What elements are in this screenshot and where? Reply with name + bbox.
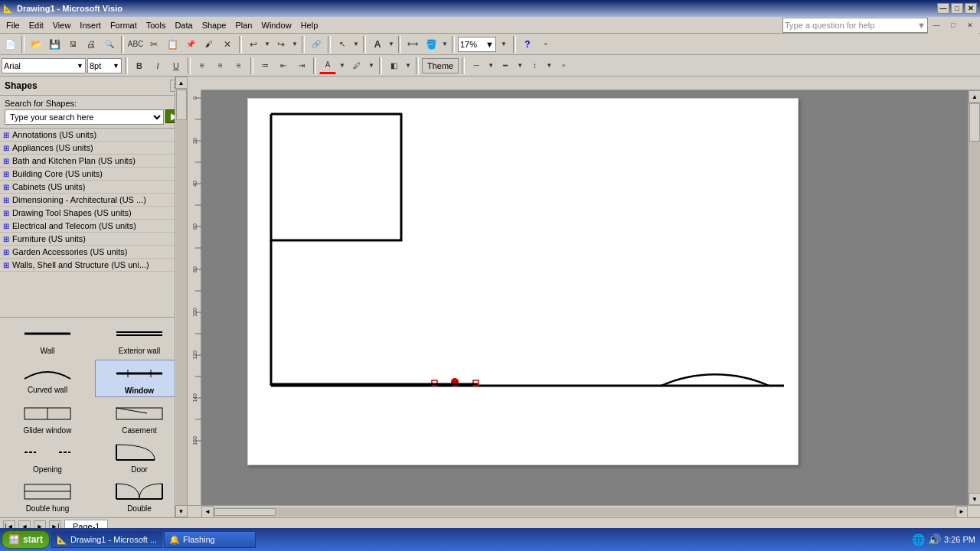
category-garden[interactable]: ⊞ Garden Accessories (US units) [0, 246, 187, 259]
zoom-dropdown-btn[interactable]: ▼ [498, 36, 510, 53]
start-button[interactable]: 🪟 start [2, 530, 50, 549]
category-electrical[interactable]: ⊞ Electrical and Telecom (US units) [0, 220, 187, 233]
scroll-up-arrow[interactable]: ▲ [175, 77, 188, 89]
underline-button[interactable]: U [168, 57, 185, 74]
bold-button[interactable]: B [131, 57, 148, 74]
help-restore[interactable]: □ [945, 17, 962, 34]
align-right[interactable]: ≡ [230, 57, 247, 74]
menu-view[interactable]: View [48, 19, 76, 31]
drawing-canvas[interactable] [201, 90, 968, 505]
h-scroll-thumb[interactable] [214, 508, 276, 516]
category-annotations[interactable]: ⊞ Annotations (US units) [0, 129, 187, 142]
drawing-page[interactable] [247, 98, 799, 465]
menu-format[interactable]: Format [106, 19, 142, 31]
scroll-up-button[interactable]: ▲ [969, 90, 980, 103]
increase-indent[interactable]: ⇥ [293, 57, 310, 74]
print-button[interactable]: 🖨 [83, 36, 100, 53]
menu-tools[interactable]: Tools [142, 19, 171, 31]
taskbar-flashing[interactable]: 🔔 Flashing [164, 531, 256, 548]
paste-button[interactable]: 📌 [182, 36, 199, 53]
menu-edit[interactable]: Edit [24, 19, 48, 31]
undo-dropdown[interactable]: ▼ [263, 36, 271, 53]
line-weight-btn[interactable]: ━ [497, 57, 514, 74]
line-style-btn[interactable]: ─ [468, 57, 485, 74]
template-casement[interactable]: Casement [95, 400, 184, 436]
taskbar-drawing1[interactable]: 📐 Drawing1 - Microsoft ... [51, 531, 162, 548]
highlight-dropdown[interactable]: ▼ [367, 57, 376, 74]
template-opening[interactable]: Opening [3, 439, 92, 475]
category-furniture[interactable]: ⊞ Furniture (US units) [0, 233, 187, 246]
format-painter[interactable]: 🖌 [201, 36, 217, 53]
print-preview[interactable]: 🔍 [101, 36, 118, 53]
template-curved-wall[interactable]: Curved wall [3, 360, 92, 397]
save-button[interactable]: 💾 [46, 36, 63, 53]
font-color-dropdown[interactable]: ▼ [338, 57, 347, 74]
category-bath-kitchen[interactable]: ⊞ Bath and Kitchen Plan (US units) [0, 155, 187, 168]
shapes-search-input[interactable]: Type your search here [5, 109, 164, 125]
cut-button[interactable]: ✂ [145, 36, 162, 53]
menu-data[interactable]: Data [170, 19, 197, 31]
vertical-scrollbar[interactable]: ▲ ▼ [968, 90, 980, 505]
menu-window[interactable]: Window [257, 19, 296, 31]
category-drawing-tools[interactable]: ⊞ Drawing Tool Shapes (US units) [0, 207, 187, 220]
text-dropdown[interactable]: ▼ [387, 36, 395, 53]
redo-dropdown[interactable]: ▼ [291, 36, 299, 53]
template-double[interactable]: Double [95, 478, 184, 514]
menu-plan[interactable]: Plan [230, 19, 256, 31]
scroll-down-button[interactable]: ▼ [969, 493, 980, 505]
bullets-button[interactable]: ≔ [256, 57, 273, 74]
help-close[interactable]: ✕ [962, 17, 978, 34]
category-cabinets[interactable]: ⊞ Cabinets (US units) [0, 181, 187, 194]
fill-dropdown[interactable]: ▼ [441, 36, 449, 53]
v-scroll-thumb[interactable] [969, 103, 980, 142]
connector-tool[interactable]: 🔗 [308, 36, 325, 53]
delete-button[interactable]: ✕ [219, 36, 236, 53]
titlebar-controls[interactable]: — □ ✕ [937, 3, 977, 14]
redo-button[interactable]: ↪ [273, 36, 289, 53]
minimize-button[interactable]: — [937, 3, 949, 14]
help-minimize[interactable]: — [928, 17, 945, 34]
undo-button[interactable]: ↩ [245, 36, 262, 53]
more-btn[interactable]: » [537, 36, 554, 53]
align-center[interactable]: ≡ [212, 57, 229, 74]
close-button[interactable]: ✕ [965, 3, 977, 14]
spell-check[interactable]: ABC [127, 36, 144, 53]
connector-dropdown[interactable]: ▼ [544, 57, 554, 74]
restore-button[interactable]: □ [951, 3, 963, 14]
zoom-dropdown[interactable]: 17% ▼ [458, 37, 496, 52]
new-button[interactable]: 📄 [2, 36, 18, 53]
highlight-btn[interactable]: 🖊 [348, 57, 365, 74]
menu-shape[interactable]: Shape [198, 19, 231, 31]
shapes-scrollbar[interactable]: ▲ ▼ [175, 77, 187, 517]
h-scroll-right-button[interactable]: ► [956, 506, 968, 518]
font-size-dropdown[interactable]: 8pt ▼ [87, 58, 122, 73]
category-walls[interactable]: ⊞ Walls, Shell and Structure (US uni...) [0, 259, 187, 272]
font-name-dropdown[interactable]: Arial ▼ [2, 58, 86, 73]
more-fmt-btn[interactable]: » [555, 57, 572, 74]
scroll-thumb[interactable] [176, 90, 187, 120]
connector-style-btn[interactable]: ↕ [526, 57, 543, 74]
menu-file[interactable]: File [2, 19, 24, 31]
font-color-btn[interactable]: A [319, 57, 336, 74]
category-appliances[interactable]: ⊞ Appliances (US units) [0, 142, 187, 155]
template-door[interactable]: Door [95, 439, 184, 475]
help-search-box[interactable]: Type a question for help ▼ [782, 18, 928, 33]
shadow-btn[interactable]: ◧ [385, 57, 402, 74]
pointer-tool[interactable]: ↖ [334, 36, 351, 53]
save-button2[interactable]: 🖫 [64, 36, 81, 53]
template-wall[interactable]: Wall [3, 321, 92, 357]
template-exterior-wall[interactable]: Exterior wall [95, 321, 184, 357]
menu-insert[interactable]: Insert [75, 19, 106, 31]
template-window[interactable]: Window [95, 360, 184, 397]
h-scroll-left-button[interactable]: ◄ [201, 506, 214, 518]
connector-btn2[interactable]: ⟷ [404, 36, 421, 53]
line-dropdown[interactable]: ▼ [486, 57, 495, 74]
category-dimensioning[interactable]: ⊞ Dimensioning - Architectural (US ...) [0, 194, 187, 207]
decrease-indent[interactable]: ⇤ [275, 57, 292, 74]
template-glider-window[interactable]: Glider window [3, 400, 92, 436]
open-button[interactable]: 📂 [28, 36, 44, 53]
copy-button[interactable]: 📋 [164, 36, 181, 53]
menu-help[interactable]: Help [296, 19, 323, 31]
italic-button[interactable]: I [149, 57, 166, 74]
template-double-hung[interactable]: Double hung [3, 478, 92, 514]
